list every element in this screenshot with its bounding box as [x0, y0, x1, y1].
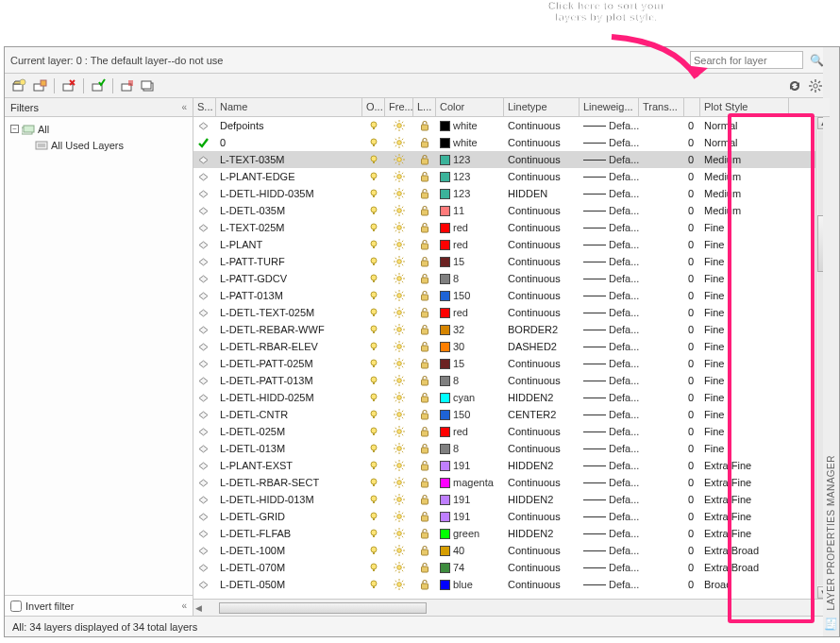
on-toggle[interactable] [362, 477, 385, 488]
linetype-cell[interactable]: Continuous [504, 238, 580, 251]
lineweight-cell[interactable]: Defa... [580, 493, 639, 506]
linetype-cell[interactable]: Continuous [504, 578, 580, 591]
table-row[interactable]: L-DETL-050MblueContinuousDefa...0Broad [193, 576, 830, 593]
plotstyle-cell[interactable]: Fine [700, 357, 789, 370]
lock-toggle[interactable] [413, 425, 436, 438]
lineweight-cell[interactable]: Defa... [580, 544, 639, 557]
trans-cell[interactable] [639, 363, 684, 364]
color-cell[interactable]: 123 [436, 170, 504, 183]
lineweight-cell[interactable]: Defa... [580, 238, 639, 251]
color-cell[interactable]: blue [436, 578, 504, 591]
lock-toggle[interactable] [413, 476, 436, 489]
layer-name-cell[interactable]: L-DETL-100M [216, 544, 362, 557]
table-row[interactable]: L-PLANTredContinuousDefa...0Fine [193, 236, 830, 253]
collapse-filters-icon[interactable]: « [181, 601, 187, 611]
linetype-cell[interactable]: CENTER2 [504, 408, 580, 421]
plotstyle-cell[interactable]: Extra Fine [700, 527, 789, 540]
linetype-cell[interactable]: Continuous [504, 374, 580, 387]
plotstyle-cell[interactable]: Fine [700, 340, 789, 353]
lineweight-cell[interactable]: Defa... [580, 119, 639, 132]
trans-cell[interactable] [639, 142, 684, 144]
trans-value[interactable]: 0 [684, 170, 700, 183]
grid-header[interactable]: S... Name O... Fre... L... Color Linetyp… [193, 98, 830, 117]
linetype-cell[interactable]: Continuous [504, 255, 580, 268]
layer-name-cell[interactable]: L-DETL-PATT-013M [216, 374, 362, 387]
plotstyle-cell[interactable]: Fine [700, 238, 789, 251]
linetype-cell[interactable]: Continuous [504, 544, 580, 557]
col-color[interactable]: Color [436, 98, 504, 116]
plotstyle-cell[interactable]: Extra Fine [700, 493, 789, 506]
table-row[interactable]: DefpointswhiteContinuousDefa...0Normal [193, 117, 830, 134]
trans-cell[interactable] [639, 448, 684, 449]
on-toggle[interactable] [362, 324, 385, 335]
trans-value[interactable]: 0 [684, 561, 700, 574]
lock-toggle[interactable] [413, 170, 436, 183]
trans-value[interactable]: 0 [684, 391, 700, 404]
lineweight-cell[interactable]: Defa... [580, 391, 639, 404]
lineweight-cell[interactable]: Defa... [580, 153, 639, 166]
table-row[interactable]: L-DETL-TEXT-025MredContinuousDefa...0Fin… [193, 304, 830, 321]
table-row[interactable]: L-PATT-GDCV8ContinuousDefa...0Fine [193, 270, 830, 287]
freeze-toggle[interactable] [385, 459, 413, 472]
layer-name-cell[interactable]: L-DETL-013M [216, 442, 362, 455]
trans-cell[interactable] [639, 312, 684, 313]
color-cell[interactable]: magenta [436, 476, 504, 489]
color-cell[interactable]: 191 [436, 493, 504, 506]
trans-cell[interactable] [639, 465, 684, 466]
lock-toggle[interactable] [413, 544, 436, 557]
layer-name-cell[interactable]: L-PATT-013M [216, 289, 362, 302]
lock-toggle[interactable] [413, 289, 436, 302]
color-cell[interactable]: green [436, 527, 504, 540]
lineweight-cell[interactable]: Defa... [580, 357, 639, 370]
table-row[interactable]: L-DETL-025MredContinuousDefa...0Fine [193, 423, 830, 440]
linetype-cell[interactable]: Continuous [504, 476, 580, 489]
linetype-cell[interactable]: Continuous [504, 306, 580, 319]
plotstyle-cell[interactable]: Normal [700, 119, 789, 132]
freeze-toggle[interactable] [385, 544, 413, 557]
trans-value[interactable]: 0 [684, 119, 700, 132]
on-toggle[interactable] [362, 171, 385, 182]
lock-toggle[interactable] [413, 119, 436, 132]
layer-name-cell[interactable]: L-PATT-TURF [216, 255, 362, 268]
search-input[interactable] [690, 51, 803, 69]
table-row[interactable]: L-DETL-RBAR-ELEV30DASHED2Defa...0Fine [193, 338, 830, 355]
lineweight-cell[interactable]: Defa... [580, 306, 639, 319]
trans-cell[interactable] [639, 380, 684, 381]
table-row[interactable]: L-DETL-PATT-013M8ContinuousDefa...0Fine [193, 372, 830, 389]
on-toggle[interactable] [362, 307, 385, 318]
table-row[interactable]: L-DETL-PATT-025M15ContinuousDefa...0Fine [193, 355, 830, 372]
trans-value[interactable]: 0 [684, 476, 700, 489]
freeze-toggle[interactable] [385, 306, 413, 319]
trans-cell[interactable] [639, 193, 684, 195]
layer-name-cell[interactable]: L-DETL-HIDD-013M [216, 493, 362, 506]
color-cell[interactable]: 8 [436, 272, 504, 285]
lock-toggle[interactable] [413, 442, 436, 455]
lineweight-cell[interactable]: Defa... [580, 272, 639, 285]
layer-name-cell[interactable]: L-DETL-050M [216, 578, 362, 591]
color-cell[interactable]: 40 [436, 544, 504, 557]
plotstyle-cell[interactable]: Medium [700, 153, 789, 166]
layer-name-cell[interactable]: L-PLANT [216, 238, 362, 251]
table-row[interactable]: L-DETL-FLFABgreenHIDDEN2Defa...0Extra Fi… [193, 525, 830, 542]
freeze-toggle[interactable] [385, 272, 413, 285]
trans-cell[interactable] [639, 533, 684, 534]
on-toggle[interactable] [362, 494, 385, 505]
freeze-toggle[interactable] [385, 221, 413, 234]
trans-cell[interactable] [639, 346, 684, 347]
freeze-toggle[interactable] [385, 153, 413, 166]
lineweight-cell[interactable]: Defa... [580, 476, 639, 489]
lock-toggle[interactable] [413, 527, 436, 540]
freeze-toggle[interactable] [385, 510, 413, 523]
color-cell[interactable]: red [436, 425, 504, 438]
linetype-cell[interactable]: Continuous [504, 170, 580, 183]
freeze-toggle[interactable] [385, 476, 413, 489]
trans-value[interactable]: 0 [684, 238, 700, 251]
trans-value[interactable]: 0 [684, 493, 700, 506]
trans-cell[interactable] [639, 516, 684, 517]
lock-toggle[interactable] [413, 578, 436, 591]
freeze-toggle[interactable] [385, 255, 413, 268]
layer-name-cell[interactable]: L-DETL-REBAR-WWF [216, 323, 362, 336]
color-cell[interactable]: 191 [436, 510, 504, 523]
trans-cell[interactable] [639, 567, 684, 568]
plotstyle-cell[interactable]: Broad [700, 578, 789, 591]
